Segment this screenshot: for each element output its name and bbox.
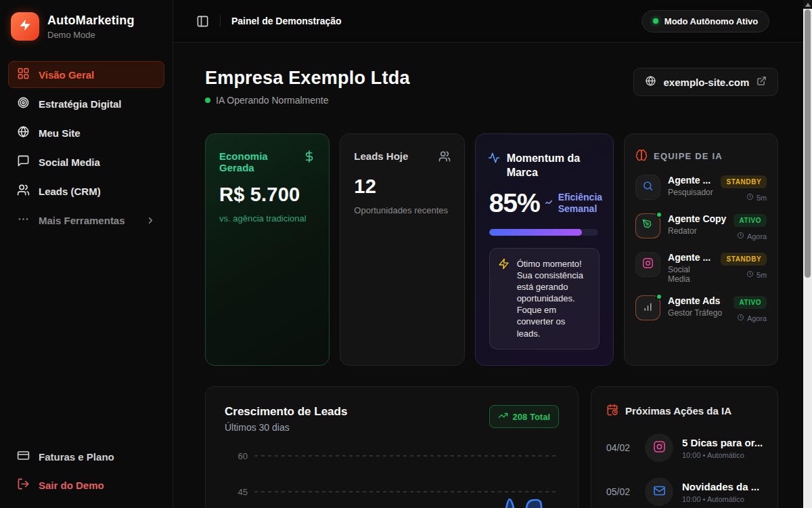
momentum-progress-track	[489, 229, 598, 236]
status-badge: STANDBY	[721, 175, 767, 188]
chart-subtitle: Últimos 30 dias	[225, 422, 347, 433]
clock-icon	[737, 232, 744, 240]
sidebar-item-label: Mais Ferramentas	[39, 215, 125, 226]
scrollbar-up-button[interactable]	[803, 0, 812, 9]
squiggle-arrow-icon	[545, 197, 554, 209]
action-title: 5 Dicas para or...	[682, 437, 763, 448]
sidebar-item-label: Social Media	[39, 156, 100, 168]
agent-row-copy[interactable]: Agente Copy Redator ATIVO Agora	[635, 213, 767, 240]
momentum-progress-fill	[489, 229, 582, 236]
credit-card-icon	[17, 449, 30, 464]
agent-time-label: 5m	[757, 271, 767, 279]
leads-line-chart: 60 45	[225, 444, 559, 508]
sidebar-item-mais-ferramentas[interactable]: Mais Ferramentas	[8, 207, 164, 234]
page-content: Empresa Exemplo Ltda IA Operando Normalm…	[173, 43, 812, 508]
topbar-divider	[220, 15, 221, 27]
sidebar-item-label: Sair do Demo	[39, 480, 104, 491]
brain-icon	[635, 149, 648, 163]
y-tick-45: 45	[238, 487, 248, 497]
green-status-dot	[205, 98, 210, 103]
action-date: 04/02	[606, 442, 636, 453]
status-badge: ATIVO	[734, 214, 767, 227]
online-dot	[656, 293, 662, 300]
logout-icon	[17, 478, 30, 492]
action-meta: 10:00 • Automático	[682, 451, 763, 459]
dollar-icon	[303, 150, 315, 165]
trending-up-icon	[498, 410, 508, 423]
users-icon	[438, 150, 451, 165]
instagram-icon	[653, 440, 666, 456]
sidebar-item-visao-geral[interactable]: Visão Geral	[8, 61, 164, 88]
scrollbar-thumb[interactable]	[805, 9, 811, 278]
stats-row: Economia Gerada R$ 5.700 vs. agência tra…	[205, 133, 778, 366]
status-badge: ATIVO	[734, 296, 767, 309]
leads-chart-card: Crescimento de Leads Últimos 30 dias 208…	[205, 386, 579, 508]
economy-value: R$ 5.700	[219, 184, 315, 206]
main-area: Painel de Demonstração Modo Autônomo Ati…	[173, 0, 812, 508]
clock-icon	[746, 270, 754, 279]
sidebar-item-estrategia-digital[interactable]: Estratégia Digital	[8, 90, 164, 117]
triangle-up-icon	[805, 3, 811, 7]
sidebar-item-faturas-plano[interactable]: Faturas e Plano	[8, 443, 164, 470]
green-status-dot	[653, 18, 658, 24]
economy-card: Economia Gerada R$ 5.700 vs. agência tra…	[205, 133, 330, 366]
brand-name: AutoMarketing	[47, 14, 135, 28]
agent-row-pesquisador[interactable]: Agente ... Pesquisador STANDBY 5m	[635, 175, 767, 202]
sidebar-item-label: Leads (CRM)	[39, 186, 101, 197]
sidebar-item-label: Meu Site	[39, 127, 81, 139]
economy-title: Economia Gerada	[219, 150, 303, 173]
sidebar-item-social-media[interactable]: Social Media	[8, 148, 164, 175]
site-link-button[interactable]: exemplo-site.com	[633, 68, 779, 96]
agent-name: Agente ...	[668, 175, 713, 186]
agent-role: Social Media	[668, 265, 713, 284]
sidebar-toggle-icon[interactable]	[196, 15, 209, 28]
autonomous-mode-pill[interactable]: Modo Autônomo Ativo	[641, 10, 769, 33]
online-dot	[656, 211, 662, 218]
ai-team-title: EQUIPE DE IA	[654, 151, 723, 161]
ellipsis-icon	[17, 213, 30, 228]
total-leads-label: 208 Total	[513, 412, 550, 422]
momentum-tip-text: Ótimo momento! Sua consistência está ger…	[517, 258, 591, 339]
users-icon	[17, 184, 30, 198]
sidebar-item-sair-demo[interactable]: Sair do Demo	[8, 471, 164, 499]
sidebar-item-leads-crm[interactable]: Leads (CRM)	[8, 177, 164, 205]
agent-time-label: Agora	[747, 232, 767, 240]
sidebar: AutoMarketing Demo Mode Visão Geral Estr…	[0, 0, 173, 508]
zap-icon	[498, 258, 510, 339]
globe-icon	[645, 75, 656, 89]
lightning-bolt-icon	[18, 18, 32, 35]
agent-time-label: 5m	[757, 194, 767, 202]
momentum-tip-box: Ótimo momento! Sua consistência está ger…	[489, 248, 600, 350]
site-link-label: exemplo-site.com	[664, 77, 750, 88]
action-row-1[interactable]: 04/02 5 Dicas para or... 10:00 • Automát…	[606, 433, 763, 462]
dashboard-grid-icon	[17, 67, 30, 82]
momentum-card: Momentum da Marca 85% Eficiência Semanal	[475, 133, 614, 366]
ai-team-card: EQUIPE DE IA Agente ... Pesquisador	[624, 133, 778, 366]
agent-name: Agente Ads	[668, 295, 726, 306]
agent-row-ads[interactable]: Agente Ads Gestor Tráfego ATIVO Agora	[635, 295, 767, 322]
next-actions-title: Próximas Ações da IA	[625, 405, 731, 417]
pen-icon	[642, 219, 654, 233]
leads-value: 12	[354, 175, 450, 198]
agent-role: Gestor Tráfego	[668, 308, 726, 318]
bar-chart-icon	[642, 301, 654, 315]
sidebar-item-meu-site[interactable]: Meu Site	[8, 119, 164, 146]
bottom-row: Crescimento de Leads Últimos 30 dias 208…	[205, 386, 778, 508]
clock-icon	[737, 314, 744, 322]
action-row-2[interactable]: 05/02 Novidades da ... 10:00 • Automátic…	[606, 478, 763, 506]
sidebar-item-label: Visão Geral	[39, 69, 94, 81]
mail-icon	[653, 484, 666, 500]
brand-logo	[11, 12, 39, 41]
sidebar-item-label: Faturas e Plano	[39, 451, 114, 463]
agent-row-social[interactable]: Agente ... Social Media STANDBY 5m	[635, 252, 767, 284]
action-meta: 10:00 • Automático	[682, 495, 759, 503]
vertical-scrollbar[interactable]	[803, 0, 812, 508]
y-tick-60: 60	[238, 451, 248, 461]
page-header: Empresa Exemplo Ltda IA Operando Normalm…	[205, 68, 778, 106]
agent-name: Agente Copy	[668, 213, 726, 224]
message-square-icon	[17, 154, 30, 169]
scrollbar-down-button[interactable]	[803, 499, 812, 508]
agent-name: Agente ...	[668, 252, 713, 263]
next-actions-card: Próximas Ações da IA 04/02 5 Dicas para …	[591, 386, 778, 508]
leads-today-card: Leads Hoje 12 Oportunidades recentes	[340, 133, 464, 366]
